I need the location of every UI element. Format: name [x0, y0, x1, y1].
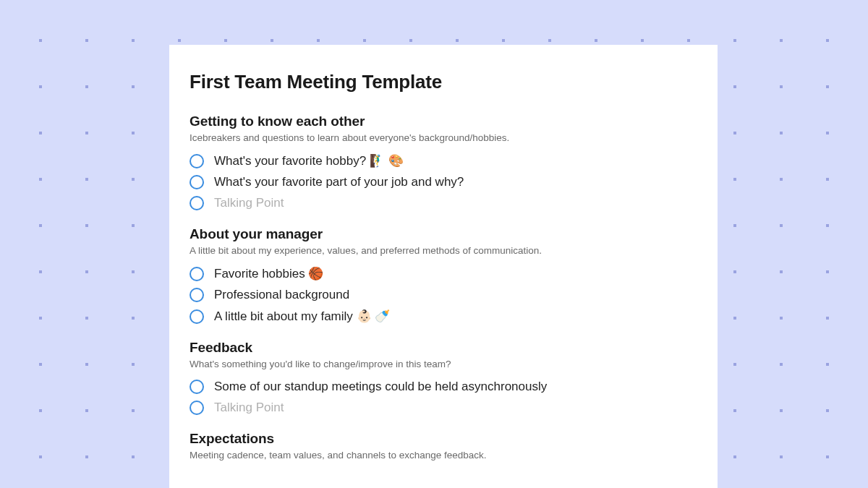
section-subtitle: Icebreakers and questions to learn about…	[190, 132, 697, 143]
section-feedback: Feedback What's something you'd like to …	[190, 340, 697, 415]
radio-icon[interactable]	[190, 267, 204, 281]
section-subtitle: Meeting cadence, team values, and channe…	[190, 450, 697, 461]
section-getting-to-know: Getting to know each other Icebreakers a…	[190, 114, 697, 210]
item-text: Some of our standup meetings could be he…	[214, 380, 547, 394]
section-subtitle: A little bit about my experience, values…	[190, 245, 697, 256]
list-item[interactable]: Favorite hobbies 🏀	[190, 266, 697, 281]
item-placeholder[interactable]: Talking Point	[214, 401, 284, 415]
section-heading: Expectations	[190, 431, 697, 447]
radio-icon[interactable]	[190, 196, 204, 210]
radio-icon[interactable]	[190, 154, 204, 168]
section-expectations: Expectations Meeting cadence, team value…	[190, 431, 697, 461]
list-item[interactable]: Talking Point	[190, 196, 697, 210]
document-title: First Team Meeting Template	[190, 71, 697, 93]
item-text: Favorite hobbies 🏀	[214, 266, 323, 281]
list-item[interactable]: Talking Point	[190, 401, 697, 415]
list-item[interactable]: What's your favorite hobby? 🧗‍♂️ 🎨	[190, 153, 697, 168]
list-item[interactable]: Professional background	[190, 288, 697, 302]
radio-icon[interactable]	[190, 401, 204, 415]
item-text: Professional background	[214, 288, 349, 302]
radio-icon[interactable]	[190, 309, 204, 324]
section-heading: Getting to know each other	[190, 114, 697, 129]
item-text: A little bit about my family 👶🏻 🍼	[214, 309, 390, 324]
document-card: First Team Meeting Template Getting to k…	[169, 45, 718, 488]
list-item[interactable]: Some of our standup meetings could be he…	[190, 380, 697, 394]
section-subtitle: What's something you'd like to change/im…	[190, 359, 697, 369]
section-heading: About your manager	[190, 226, 697, 242]
item-text: What's your favorite hobby? 🧗‍♂️ 🎨	[214, 153, 404, 168]
radio-icon[interactable]	[190, 175, 204, 189]
section-heading: Feedback	[190, 340, 697, 356]
radio-icon[interactable]	[190, 288, 204, 302]
item-text: What's your favorite part of your job an…	[214, 175, 464, 189]
radio-icon[interactable]	[190, 380, 204, 394]
section-about-manager: About your manager A little bit about my…	[190, 226, 697, 324]
list-item[interactable]: A little bit about my family 👶🏻 🍼	[190, 309, 697, 324]
item-placeholder[interactable]: Talking Point	[214, 196, 284, 210]
list-item[interactable]: What's your favorite part of your job an…	[190, 175, 697, 189]
